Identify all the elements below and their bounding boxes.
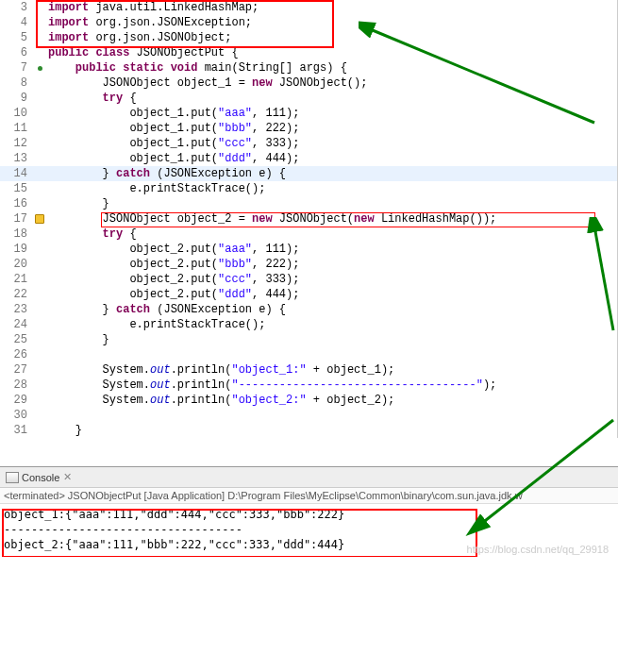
code-content: import org.json.JSONException; <box>46 16 252 29</box>
code-content: System.out.println("object_1:" + object_… <box>46 363 394 377</box>
line-number: 8 <box>0 76 33 90</box>
code-content: e.printStackTrace(); <box>46 182 265 195</box>
line-number: 6 <box>0 46 33 59</box>
line-number: 15 <box>0 182 33 195</box>
console-icon <box>6 472 19 483</box>
line-number: 7 <box>0 61 33 75</box>
code-content: e.printStackTrace(); <box>46 318 265 331</box>
line-number: 14 <box>0 167 33 180</box>
watermark: https://blog.csdn.net/qq_29918 <box>467 544 609 555</box>
code-content: object_2.put("bbb", 222); <box>46 258 299 271</box>
code-content: System.out.println("object_2:" + object_… <box>46 394 394 407</box>
code-content: object_1.put("ccc", 333); <box>46 137 299 150</box>
code-content: System.out.println("--------------------… <box>46 378 496 392</box>
warning-icon[interactable] <box>35 214 44 224</box>
line-number: 25 <box>0 333 33 346</box>
line-number: 29 <box>0 394 33 407</box>
method-marker-icon <box>38 66 42 71</box>
line-number: 13 <box>0 152 33 165</box>
line-number: 16 <box>0 197 33 210</box>
console-tab-bar: Console ✕ <box>0 467 618 488</box>
line-number: 22 <box>0 288 33 301</box>
code-content: import java.util.LinkedHashMap; <box>46 1 259 14</box>
line-number: 5 <box>0 31 33 44</box>
code-content: object_2.put("ddd", 444); <box>46 288 299 301</box>
console-line: object_1:{"aaa":111,"ddd":444,"ccc":333,… <box>4 508 614 523</box>
line-number: 18 <box>0 227 33 241</box>
line-number: 20 <box>0 258 33 271</box>
code-content: } <box>46 333 109 346</box>
code-content: JSONObject object_2 = new JSONObject(new… <box>46 212 496 226</box>
code-content: object_1.put("ddd", 444); <box>46 152 299 165</box>
code-content: } <box>46 197 109 210</box>
code-content: public static void main(String[] args) { <box>46 61 347 75</box>
code-content: } catch (JSONException e) { <box>46 167 286 180</box>
code-content: try { <box>46 227 137 241</box>
line-number: 4 <box>0 16 33 29</box>
line-number: 21 <box>0 273 33 286</box>
console-panel: Console ✕ <terminated> JSONObjectPut [Ja… <box>0 466 618 557</box>
line-number: 23 <box>0 303 33 316</box>
console-line: ----------------------------------- <box>4 523 614 538</box>
console-tab-label: Console <box>22 472 59 483</box>
line-number: 30 <box>0 409 33 422</box>
code-content: object_2.put("ccc", 333); <box>46 273 299 286</box>
line-number: 11 <box>0 122 33 135</box>
line-number: 24 <box>0 318 33 331</box>
code-content: object_2.put("aaa", 111); <box>46 243 299 256</box>
close-icon[interactable]: ✕ <box>63 471 72 483</box>
line-number: 27 <box>0 363 33 377</box>
line-number: 9 <box>0 92 33 105</box>
code-content: import org.json.JSONObject; <box>46 31 231 44</box>
console-tab[interactable]: Console ✕ <box>0 471 77 483</box>
code-content: object_1.put("aaa", 111); <box>46 107 299 120</box>
line-number: 3 <box>0 1 33 14</box>
console-status: <terminated> JSONObjectPut [Java Applica… <box>0 488 618 504</box>
code-content: } catch (JSONException e) { <box>46 303 286 316</box>
line-number: 17 <box>0 212 33 226</box>
line-number: 10 <box>0 107 33 120</box>
line-number: 26 <box>0 348 33 361</box>
code-content: try { <box>46 92 137 105</box>
line-number: 31 <box>0 424 33 437</box>
line-number: 12 <box>0 137 33 150</box>
code-content: JSONObject object_1 = new JSONObject(); <box>46 76 367 90</box>
code-content: object_1.put("bbb", 222); <box>46 122 299 135</box>
code-content: } <box>46 424 82 437</box>
line-number: 28 <box>0 378 33 392</box>
code-editor[interactable]: 3import java.util.LinkedHashMap; 4import… <box>0 0 618 438</box>
code-content: public class JSONObjectPut { <box>46 46 239 59</box>
line-number: 19 <box>0 243 33 256</box>
